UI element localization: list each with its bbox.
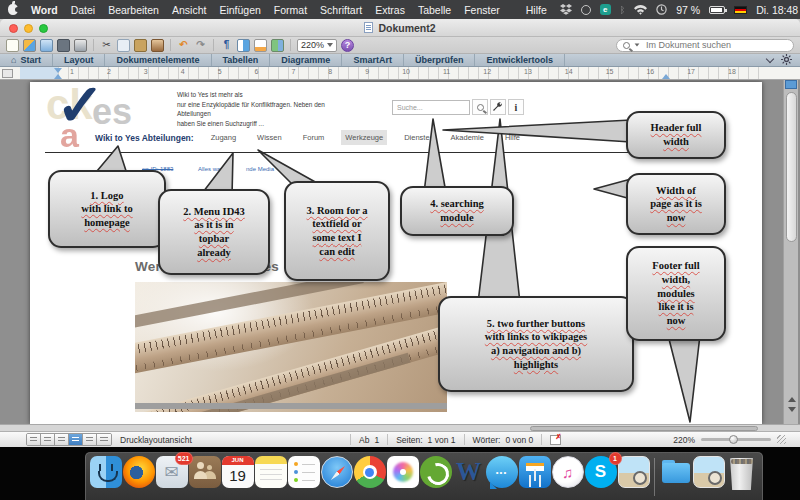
document-search-field[interactable]	[616, 39, 794, 52]
close-window-button[interactable]	[9, 24, 18, 33]
show-paragraph-marks-button[interactable]: ¶	[220, 39, 233, 52]
dock-green-swirl-app-icon[interactable]	[420, 456, 452, 488]
dock-word-icon[interactable]: W	[453, 456, 485, 488]
tab-start[interactable]: ⌂ Start	[0, 54, 53, 66]
save-button[interactable]	[57, 39, 70, 52]
help-button[interactable]: ?	[341, 39, 354, 52]
tab-stop-selector[interactable]	[2, 69, 13, 78]
spellcheck-status[interactable]	[541, 434, 569, 445]
dock-chrome-icon[interactable]	[354, 456, 386, 488]
gallery-button[interactable]	[23, 39, 36, 52]
page-indicator[interactable]: Seiten:1 von 1	[387, 434, 463, 445]
tab-entwicklertools[interactable]: Entwicklertools	[475, 54, 565, 66]
dock-calendar-icon[interactable]: JUN19	[222, 456, 254, 488]
minimize-window-button[interactable]	[24, 24, 33, 33]
gear-icon[interactable]	[781, 54, 792, 67]
horizontal-ruler[interactable]: 123456789101112131415161718	[0, 67, 800, 80]
dock-reminders-icon[interactable]	[288, 456, 320, 488]
dropbox-icon[interactable]	[560, 4, 572, 15]
callout-page-width[interactable]: Width of page as it is now	[626, 173, 726, 235]
undo-button[interactable]: ↶	[177, 39, 190, 52]
horizontal-scrollbar[interactable]	[0, 424, 800, 431]
window-titlebar[interactable]: Dokument2	[0, 19, 800, 37]
split-view-gadget[interactable]	[785, 80, 797, 89]
menu-hilfe[interactable]: Hilfe	[526, 4, 547, 16]
dock-itunes-icon[interactable]: ♫	[552, 456, 584, 488]
status-circle-icon[interactable]	[581, 5, 591, 15]
redo-button[interactable]: ↷	[194, 39, 207, 52]
menu-ansicht[interactable]: Ansicht	[172, 4, 206, 16]
window-resize-grip[interactable]	[777, 435, 786, 444]
vertical-scroll-thumb[interactable]	[786, 92, 797, 242]
menu-word[interactable]: Word	[31, 4, 58, 16]
tab-diagramme[interactable]: Diagramme	[270, 54, 342, 66]
open-button[interactable]	[40, 39, 53, 52]
callout-header-full-width[interactable]: Header full width	[626, 111, 726, 159]
notebook-view-button[interactable]	[83, 434, 97, 445]
outline-view-button[interactable]	[41, 434, 55, 445]
draft-view-button[interactable]	[27, 434, 41, 445]
notebook-view-button[interactable]	[254, 39, 267, 52]
vertical-scrollbar[interactable]	[783, 80, 798, 424]
zoom-select[interactable]: 220%	[297, 39, 337, 52]
apple-menu-icon[interactable]	[8, 4, 18, 15]
publishing-view-button[interactable]	[55, 434, 69, 445]
bluetooth-icon[interactable]: ᛒ	[620, 5, 625, 15]
word-count[interactable]: Wörter:0 von 0	[464, 434, 542, 445]
dock-preview-icon[interactable]	[618, 456, 650, 488]
menu-format[interactable]: Format	[274, 4, 307, 16]
dock-mail-icon[interactable]: ✉521	[156, 456, 188, 488]
callout-logo[interactable]: 1. Logo with link to homepage	[48, 170, 166, 248]
tab-layout[interactable]: Layout	[53, 54, 106, 66]
menubar-clock[interactable]: Di. 18:48	[756, 4, 798, 16]
time-machine-icon[interactable]	[656, 4, 667, 15]
paste-button[interactable]	[134, 39, 147, 52]
print-layout-view-button[interactable]	[69, 434, 83, 445]
scroll-up-icon[interactable]	[788, 397, 796, 402]
cut-button[interactable]: ✂	[100, 39, 113, 52]
search-input[interactable]	[644, 39, 774, 51]
menu-fenster[interactable]: Fenster	[464, 4, 500, 16]
dock-skype-icon[interactable]: S1	[585, 456, 617, 488]
keyboard-layout-flag-icon[interactable]	[734, 6, 747, 14]
zoom-slider-knob[interactable]	[729, 435, 738, 444]
dock-folder-icon[interactable]	[660, 456, 692, 488]
zoom-slider[interactable]	[701, 438, 771, 441]
compare-button[interactable]	[271, 39, 284, 52]
menu-schriftart[interactable]: Schriftart	[320, 4, 362, 16]
copy-button[interactable]	[117, 39, 130, 52]
callout-footer[interactable]: Footer full width, modules like it is no…	[626, 246, 726, 341]
e-app-icon[interactable]: e	[600, 4, 611, 15]
menu-einfuegen[interactable]: Einfügen	[219, 4, 260, 16]
menu-bearbeiten[interactable]: Bearbeiten	[108, 4, 159, 16]
callout-searching-module[interactable]: 4. searching module	[400, 186, 514, 236]
new-document-button[interactable]	[6, 39, 19, 52]
tab-tabellen[interactable]: Tabellen	[212, 54, 271, 66]
scroll-down-icon[interactable]	[788, 407, 796, 412]
dock-trash-icon[interactable]	[729, 458, 755, 490]
dock-notes-icon[interactable]	[255, 456, 287, 488]
menu-datei[interactable]: Datei	[71, 4, 96, 16]
tab-dokumentelemente[interactable]: Dokumentelemente	[105, 54, 211, 66]
dock-firefox-icon[interactable]	[123, 456, 155, 488]
dock-photos-icon[interactable]	[387, 456, 419, 488]
menu-extras[interactable]: Extras	[375, 4, 405, 16]
fullscreen-view-button[interactable]	[97, 434, 111, 445]
collapse-ribbon-icon[interactable]	[766, 54, 774, 62]
callout-textfield[interactable]: 3. Room for a textfield or some text I c…	[284, 181, 390, 281]
view-switcher[interactable]	[26, 433, 112, 446]
menu-tabelle[interactable]: Tabelle	[418, 4, 451, 16]
wifi-icon[interactable]	[634, 5, 647, 15]
callout-two-buttons[interactable]: 5. two further buttons with links to wik…	[438, 296, 634, 392]
print-button[interactable]	[74, 39, 87, 52]
tab-smartart[interactable]: SmartArt	[342, 54, 404, 66]
dock-pictures-file-icon[interactable]	[693, 456, 725, 488]
tab-ueberpruefen[interactable]: Überprüfen	[404, 54, 476, 66]
zoom-window-button[interactable]	[39, 24, 48, 33]
format-painter-button[interactable]	[151, 39, 164, 52]
dock-contacts-icon[interactable]	[189, 456, 221, 488]
dock-keynote-icon[interactable]	[519, 456, 551, 488]
dock-messages-icon[interactable]: •••	[486, 456, 518, 488]
dock-safari-icon[interactable]	[321, 456, 353, 488]
columns-button[interactable]	[237, 39, 250, 52]
